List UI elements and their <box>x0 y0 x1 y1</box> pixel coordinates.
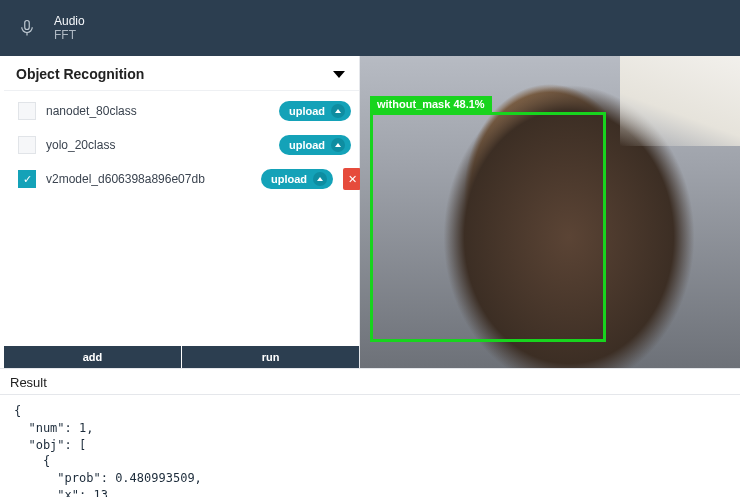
model-row: v2model_d606398a896e07db upload ✕ <box>18 167 351 191</box>
bounding-box: without_mask 48.1% <box>370 112 606 342</box>
upload-icon <box>313 172 327 186</box>
upload-icon <box>331 104 345 118</box>
section-header[interactable]: Object Recognition <box>4 56 359 91</box>
microphone-icon <box>16 17 38 39</box>
topbar-subtitle: FFT <box>54 28 85 42</box>
checkbox[interactable] <box>18 170 36 188</box>
delete-button[interactable]: ✕ <box>343 168 361 190</box>
upload-button[interactable]: upload <box>279 135 351 155</box>
upload-button[interactable]: upload <box>279 101 351 121</box>
camera-preview: without_mask 48.1% <box>360 56 740 368</box>
model-list: nanodet_80class upload yolo_20class uplo… <box>4 91 359 346</box>
section-title: Object Recognition <box>16 66 144 82</box>
upload-label: upload <box>289 139 325 151</box>
topbar: Audio FFT <box>0 0 740 56</box>
model-name: v2model_d606398a896e07db <box>46 172 251 186</box>
result-json: { "num": 1, "obj": [ { "prob": 0.4809935… <box>0 395 740 497</box>
caret-down-icon <box>333 71 345 78</box>
models-panel: Object Recognition nanodet_80class uploa… <box>4 56 360 368</box>
model-row: nanodet_80class upload <box>18 99 351 123</box>
x-icon: ✕ <box>348 173 357 186</box>
result-header: Result <box>0 368 740 395</box>
run-button[interactable]: run <box>181 346 359 368</box>
topbar-title: Audio <box>54 14 85 28</box>
preview-image-highlight <box>620 56 740 146</box>
checkbox[interactable] <box>18 136 36 154</box>
upload-icon <box>331 138 345 152</box>
upload-label: upload <box>289 105 325 117</box>
detection-label: without_mask 48.1% <box>370 96 492 112</box>
checkbox[interactable] <box>18 102 36 120</box>
model-name: yolo_20class <box>46 138 269 152</box>
action-buttons: add run <box>4 346 359 368</box>
upload-button[interactable]: upload <box>261 169 333 189</box>
model-row: yolo_20class upload <box>18 133 351 157</box>
model-name: nanodet_80class <box>46 104 269 118</box>
svg-rect-0 <box>25 21 30 30</box>
upload-label: upload <box>271 173 307 185</box>
add-button[interactable]: add <box>4 346 181 368</box>
